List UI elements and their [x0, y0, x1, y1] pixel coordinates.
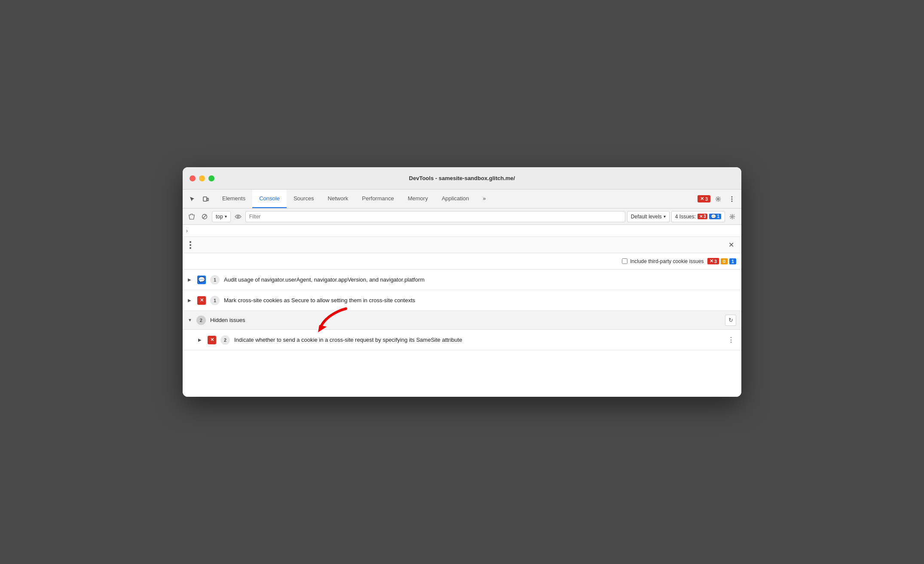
devtools-tab-bar: Elements Console Sources Network Perform…: [183, 190, 741, 208]
cursor-icon[interactable]: [186, 193, 198, 205]
levels-dropdown-icon: ▾: [664, 214, 666, 219]
issues-count-badge[interactable]: 4 Issues: ✕ 3 💬 1: [671, 211, 725, 222]
hidden-issues-label: Hidden issues: [210, 317, 721, 323]
nested-more-options[interactable]: ⋮: [726, 335, 736, 345]
error-badge[interactable]: ✕ 3: [698, 195, 710, 202]
breadcrumb-arrow[interactable]: ›: [186, 228, 188, 234]
tab-elements[interactable]: Elements: [215, 190, 252, 208]
tab-memory[interactable]: Memory: [401, 190, 435, 208]
issues-settings-icon[interactable]: [727, 211, 738, 222]
expand-arrow-icon-2[interactable]: ▶: [188, 298, 193, 303]
log-levels-selector[interactable]: Default levels ▾: [627, 211, 670, 222]
svg-point-2: [717, 198, 719, 200]
issue-text-cookies: Mark cross-site cookies as Secure to all…: [224, 297, 736, 303]
svg-point-4: [731, 198, 733, 199]
tab-performance[interactable]: Performance: [355, 190, 401, 208]
clear-console-icon[interactable]: [186, 211, 197, 222]
nested-expand-arrow[interactable]: ▶: [198, 337, 203, 342]
include-error-badge: ✕ 3: [707, 258, 719, 264]
device-icon[interactable]: [200, 193, 212, 205]
devtools-window: DevTools - samesite-sandbox.glitch.me/ E…: [183, 167, 741, 397]
dropdown-arrow-icon: ▾: [225, 214, 227, 219]
svg-point-3: [731, 196, 733, 197]
issues-header-left: [188, 239, 193, 251]
tab-application[interactable]: Application: [435, 190, 476, 208]
issue-type-info-icon: 💬: [197, 276, 206, 284]
refresh-button[interactable]: ↻: [725, 315, 736, 326]
include-warning-badge: 0: [721, 258, 728, 264]
tab-sources[interactable]: Sources: [287, 190, 321, 208]
breadcrumb-bar: ›: [183, 225, 741, 237]
tab-more[interactable]: »: [476, 190, 493, 208]
issues-info-badge: 💬 1: [709, 214, 721, 219]
include-badges: ✕ 3 0 1: [707, 258, 736, 264]
block-icon[interactable]: [199, 211, 210, 222]
issue-type-error-icon: ✕: [197, 296, 206, 305]
issues-panel-header: ✕: [183, 237, 741, 253]
tab-list: Elements Console Sources Network Perform…: [215, 190, 698, 208]
tab-console[interactable]: Console: [252, 190, 287, 208]
hidden-issues-group: ▼ 2 Hidden issues ↻: [183, 311, 741, 330]
svg-line-8: [203, 215, 206, 218]
window-title: DevTools - samesite-sandbox.glitch.me/: [409, 175, 515, 181]
svg-rect-0: [203, 197, 207, 201]
svg-rect-1: [207, 198, 208, 201]
issue-item-cookies[interactable]: ▶ ✕ 1 Mark cross-site cookies as Secure …: [183, 290, 741, 311]
svg-point-5: [731, 200, 733, 202]
include-third-party-checkbox[interactable]: [622, 258, 627, 264]
console-content: › ✕ Include third-party cookie issues: [183, 225, 741, 397]
hidden-expand-arrow[interactable]: ▼: [188, 318, 192, 322]
include-info-badge: 1: [729, 258, 736, 264]
error-icon: ✕: [700, 196, 704, 202]
window-controls: [190, 175, 214, 181]
context-selector[interactable]: top ▾: [212, 211, 231, 222]
console-toolbar: top ▾ Default levels ▾ 4 Issues: ✕ 3 💬 1: [183, 208, 741, 225]
nested-issue-samesite[interactable]: ▶ ✕ 2 Indicate whether to send a cookie …: [183, 330, 741, 350]
three-dots-menu[interactable]: [188, 239, 193, 251]
maximize-button[interactable]: [208, 175, 214, 181]
issues-error-badge: ✕ 3: [698, 214, 708, 219]
nested-issue-error-icon: ✕: [208, 336, 216, 344]
left-toolbar-icons: [186, 193, 212, 205]
titlebar: DevTools - samesite-sandbox.glitch.me/: [183, 167, 741, 190]
issue-item-audit[interactable]: ▶ 💬 1 Audit usage of navigator.userAgent…: [183, 270, 741, 290]
tab-network[interactable]: Network: [321, 190, 355, 208]
right-toolbar-icons: ✕ 3: [698, 193, 738, 205]
issue-count-2: 1: [210, 296, 220, 305]
close-issues-button[interactable]: ✕: [726, 240, 736, 250]
nested-issue-count: 2: [220, 335, 230, 345]
settings-icon[interactable]: [712, 193, 724, 205]
close-button[interactable]: [190, 175, 196, 181]
eye-icon[interactable]: [233, 211, 244, 222]
svg-point-9: [237, 216, 239, 218]
issues-include-bar: Include third-party cookie issues ✕ 3 0 …: [183, 253, 741, 270]
expand-arrow-icon[interactable]: ▶: [188, 277, 193, 282]
more-options-icon[interactable]: [726, 193, 738, 205]
svg-marker-6: [189, 214, 194, 219]
hidden-count-badge: 2: [196, 316, 206, 325]
svg-point-10: [731, 216, 733, 218]
issue-text-audit: Audit usage of navigator.userAgent, navi…: [224, 276, 736, 283]
filter-input[interactable]: [245, 211, 625, 222]
include-third-party-label[interactable]: Include third-party cookie issues: [622, 258, 704, 264]
minimize-button[interactable]: [199, 175, 205, 181]
nested-issue-text: Indicate whether to send a cookie in a c…: [234, 337, 722, 343]
issue-count-1: 1: [210, 275, 220, 285]
